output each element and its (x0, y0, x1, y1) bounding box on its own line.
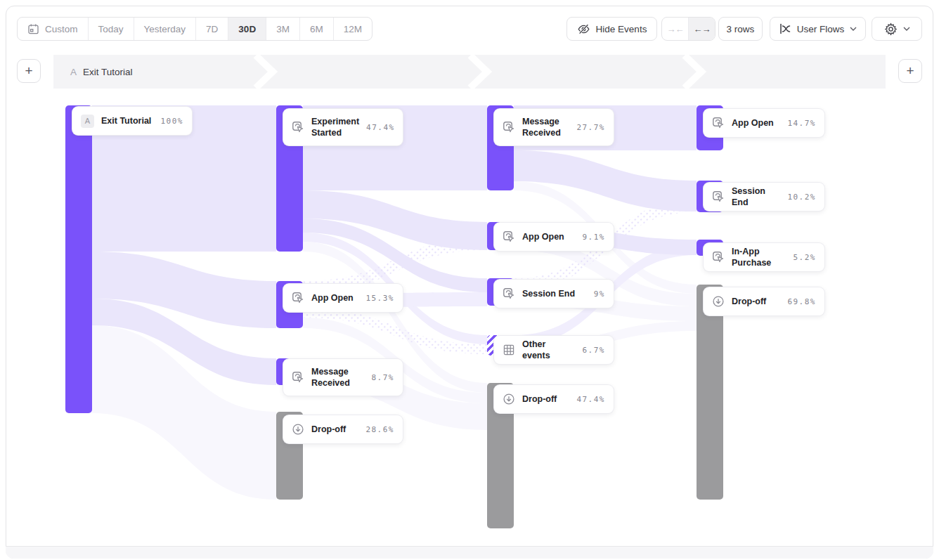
flow-node-card-drop-off-4[interactable]: Drop-off69.8% (704, 287, 824, 315)
event-cursor-icon (712, 251, 725, 263)
flow-node-percent: 5.2% (794, 253, 817, 262)
flow-node-percent: 69.8% (787, 297, 816, 306)
flow-node-bar-drop-off-4[interactable] (697, 285, 723, 500)
event-letter-badge: A (81, 115, 94, 128)
flow-node-percent: 28.6% (365, 425, 394, 434)
flow-node-label: Drop-off (311, 424, 346, 435)
flow-node-label: App Open (732, 117, 774, 129)
flow-node-label: Session End (522, 288, 575, 299)
user-flows-page: CustomTodayYesterday7D30D3M6M12M Hide Ev… (0, 0, 939, 560)
flow-node-card-drop-off-2[interactable]: Drop-off28.6% (283, 415, 403, 443)
event-cursor-icon (712, 117, 725, 129)
flow-node-percent: 9.1% (583, 233, 606, 242)
flow-node-percent: 15.3% (365, 294, 394, 303)
flow-ribbons-layer (0, 0, 939, 560)
event-cursor-icon (503, 287, 515, 300)
flow-node-percent: 100% (161, 117, 184, 126)
flow-node-percent: 10.2% (787, 193, 816, 202)
flow-node-label: Drop-off (522, 393, 557, 405)
flow-node-label: Session End (732, 185, 780, 209)
flow-node-label: Message Received (522, 116, 569, 139)
flow-node-card-session-end-4[interactable]: Session End10.2% (704, 183, 824, 211)
drop-off-icon (712, 295, 725, 308)
flow-node-card-other-events-3[interactable]: Other events6.7% (494, 336, 614, 364)
flow-node-card-app-open-3[interactable]: App Open9.1% (494, 223, 614, 251)
flow-node-percent: 9% (594, 289, 605, 299)
event-cursor-icon (292, 292, 304, 304)
drop-off-icon (292, 423, 304, 436)
flow-node-label: In-App Purchase (732, 246, 786, 269)
flow-node-percent: 6.7% (583, 346, 606, 355)
flow-node-card-experiment-started[interactable]: Experiment Started47.4% (283, 109, 403, 145)
flow-node-card-message-received-2[interactable]: Message Received8.7% (283, 359, 403, 396)
flow-node-label: Message Received (311, 366, 365, 389)
flow-node-label: Drop-off (732, 296, 766, 307)
flow-node-percent: 8.7% (372, 373, 395, 382)
flow-link-message-received-3-to-session-end-4[interactable] (514, 150, 697, 211)
flow-node-label: App Open (311, 292, 354, 304)
flow-node-label: Exit Tutorial (101, 115, 151, 126)
event-cursor-icon (292, 121, 304, 134)
flow-node-label: Other events (522, 339, 576, 362)
event-cursor-icon (503, 230, 515, 243)
flow-node-label: App Open (522, 231, 564, 242)
other-events-grid-icon (503, 344, 515, 356)
flow-node-card-session-end-3[interactable]: Session End9% (494, 280, 614, 308)
drop-off-icon (503, 393, 515, 405)
flow-node-label: Experiment Started (311, 116, 359, 139)
flow-node-card-message-received-3[interactable]: Message Received27.7% (494, 109, 614, 145)
event-cursor-icon (292, 371, 304, 384)
flow-node-card-in-app-purchase-4[interactable]: In-App Purchase5.2% (704, 243, 824, 271)
flow-node-percent: 27.7% (576, 123, 605, 132)
flow-node-percent: 14.7% (787, 119, 816, 128)
flow-node-percent: 47.4% (576, 395, 605, 404)
event-cursor-icon (712, 190, 725, 203)
flow-node-bar-exit-tutorial[interactable] (65, 105, 92, 413)
flow-node-card-app-open-4[interactable]: App Open14.7% (704, 109, 824, 137)
event-cursor-icon (503, 121, 515, 134)
flow-node-card-exit-tutorial[interactable]: AExit Tutorial100% (72, 107, 192, 135)
flow-node-card-app-open-2[interactable]: App Open15.3% (283, 284, 403, 312)
flow-node-percent: 47.4% (366, 123, 395, 132)
flow-node-card-drop-off-3[interactable]: Drop-off47.4% (494, 385, 614, 413)
